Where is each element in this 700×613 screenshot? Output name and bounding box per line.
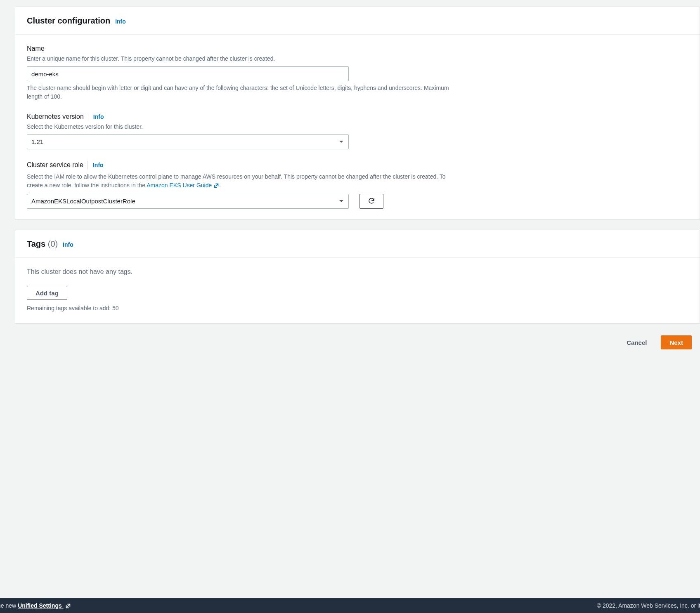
cluster-config-info-link[interactable]: Info	[112, 18, 126, 25]
tags-body: This cluster does not have any tags. Add…	[15, 258, 700, 323]
tags-title: Tags (0)	[27, 239, 58, 248]
refresh-icon	[368, 197, 375, 206]
k8s-label: Kubernetes version	[27, 112, 84, 122]
k8s-group: Kubernetes version Info Select the Kuber…	[27, 112, 688, 149]
cluster-config-header: Cluster configuration Info	[15, 7, 700, 35]
next-button[interactable]: Next	[661, 335, 692, 349]
role-info-link[interactable]: Info	[88, 161, 104, 170]
k8s-version-select[interactable]: 1.21	[27, 134, 349, 149]
role-value: AmazonEKSLocalOutpostClusterRole	[31, 197, 135, 206]
refresh-roles-button[interactable]	[359, 194, 383, 209]
role-group: Cluster service role Info Select the IAM…	[27, 160, 688, 209]
name-label: Name	[27, 44, 688, 54]
name-group: Name Enter a unique name for this cluste…	[27, 44, 688, 101]
name-input[interactable]	[27, 66, 349, 81]
tags-remaining: Remaining tags available to add: 50	[27, 304, 688, 313]
add-tag-button[interactable]: Add tag	[27, 286, 67, 300]
k8s-info-link[interactable]: Info	[88, 113, 104, 121]
tags-empty-text: This cluster does not have any tags.	[27, 267, 688, 277]
cluster-config-body: Name Enter a unique name for this cluste…	[15, 35, 700, 219]
role-description-prefix: Select the IAM role to allow the Kuberne…	[27, 173, 446, 189]
tags-panel: Tags (0) Info This cluster does not have…	[15, 230, 700, 324]
cluster-config-panel: Cluster configuration Info Name Enter a …	[15, 7, 700, 220]
role-description: Select the IAM role to allow the Kuberne…	[27, 172, 456, 190]
role-label: Cluster service role	[27, 160, 83, 170]
cancel-button[interactable]: Cancel	[618, 335, 655, 349]
tags-count: (0)	[48, 239, 58, 248]
cluster-config-title: Cluster configuration	[27, 16, 110, 25]
external-link-icon	[213, 183, 219, 189]
k8s-description: Select the Kubernetes version for this c…	[27, 123, 688, 131]
eks-user-guide-link[interactable]: Amazon EKS User Guide	[147, 182, 219, 189]
footer-actions: Cancel Next	[15, 334, 700, 349]
tags-info-link[interactable]: Info	[59, 241, 73, 248]
name-description: Enter a unique name for this cluster. Th…	[27, 54, 688, 63]
role-select[interactable]: AmazonEKSLocalOutpostClusterRole	[27, 194, 349, 209]
tags-header: Tags (0) Info	[15, 230, 700, 258]
name-helper: The cluster name should begin with lette…	[27, 84, 456, 101]
k8s-version-value: 1.21	[31, 137, 43, 147]
